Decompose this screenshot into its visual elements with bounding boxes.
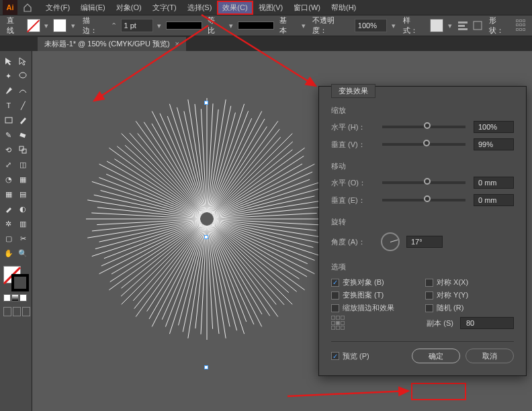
selection-tool[interactable]: [1, 54, 16, 68]
color-mode[interactable]: [3, 294, 11, 302]
anchor-grid-icon[interactable]: [516, 19, 528, 32]
symbol-sprayer-tool[interactable]: ✲: [1, 216, 16, 231]
profile-preview[interactable]: [166, 21, 202, 30]
chk-transform-pat[interactable]: [331, 291, 339, 300]
pen-tool[interactable]: [1, 83, 16, 98]
angle-dial[interactable]: [381, 232, 400, 251]
brush-label: 基本: [279, 15, 294, 36]
style-dd[interactable]: ▾: [446, 19, 454, 32]
line-tool[interactable]: ╱: [16, 98, 31, 113]
blend-tool[interactable]: ◐: [16, 201, 31, 216]
none-mode[interactable]: [19, 294, 27, 302]
svg-rect-5: [5, 118, 12, 123]
chk-reflect-y-label: 对称 Y(Y): [437, 290, 468, 300]
chk-scale-strokes[interactable]: [331, 304, 339, 312]
menu-object[interactable]: 对象(O): [111, 1, 147, 15]
selection-handle-bottom[interactable]: [204, 365, 208, 369]
artboard-tool[interactable]: ▢: [1, 231, 16, 246]
hand-tool[interactable]: ✋: [1, 246, 16, 261]
direct-selection-tool[interactable]: [16, 54, 31, 68]
draw-inside[interactable]: [22, 307, 30, 316]
style-swatch[interactable]: [430, 19, 443, 32]
menu-view[interactable]: 视图(V): [253, 1, 289, 15]
shape-builder-tool[interactable]: ◔: [1, 172, 16, 187]
chk-reflect-x[interactable]: [425, 279, 433, 287]
chk-random[interactable]: [425, 304, 433, 312]
stroke-swatch[interactable]: [53, 19, 66, 32]
profile-dd[interactable]: ▾: [228, 19, 236, 32]
weight-dd[interactable]: ▾: [156, 19, 164, 32]
scale-v-label: 垂直 (V)：: [331, 140, 374, 150]
svg-line-42: [188, 226, 206, 338]
document-tab[interactable]: 未标题-1* @ 150% (CMYK/GPU 预览) ×: [38, 37, 186, 51]
move-h-value[interactable]: 0 mm: [474, 177, 514, 189]
chk-transform-obj[interactable]: ✓: [331, 279, 339, 287]
opacity-input[interactable]: [355, 19, 387, 32]
ok-button[interactable]: 确定: [412, 349, 460, 363]
anchor-point-grid[interactable]: [331, 316, 346, 330]
chk-reflect-y[interactable]: [425, 291, 433, 300]
align-icon[interactable]: [457, 19, 469, 32]
move-v-value[interactable]: 0 mm: [474, 194, 514, 206]
paintbrush-tool[interactable]: [16, 113, 31, 128]
stroke-dropdown[interactable]: ▾: [69, 19, 77, 32]
stroke-weight-input[interactable]: [121, 19, 153, 32]
eyedropper-tool[interactable]: [1, 201, 16, 216]
draw-normal[interactable]: [3, 307, 11, 316]
slice-tool[interactable]: ✂: [16, 231, 31, 246]
gradient-mode[interactable]: [11, 294, 19, 302]
width-tool[interactable]: ⤢: [1, 157, 16, 172]
rotate-tool[interactable]: ⟲: [1, 142, 16, 157]
chk-scale-strokes-label: 缩放描边和效果: [343, 303, 394, 313]
fill-swatch[interactable]: [27, 19, 40, 32]
fill-stroke-indicator[interactable]: [3, 266, 29, 291]
shaper-tool[interactable]: ✎: [1, 128, 16, 142]
scale-v-slider[interactable]: [382, 143, 466, 146]
mesh-tool[interactable]: ▦: [1, 187, 16, 201]
stroke-indicator[interactable]: [11, 274, 29, 291]
gradient-tool[interactable]: ▤: [16, 187, 31, 201]
copies-input[interactable]: [460, 317, 514, 329]
svg-line-24: [212, 224, 292, 304]
magic-wand-tool[interactable]: ✦: [1, 68, 16, 83]
brush-preview[interactable]: [238, 21, 273, 30]
scale-v-value[interactable]: 99%: [474, 138, 514, 150]
menu-window[interactable]: 窗口(W): [288, 1, 326, 15]
perspective-tool[interactable]: ▦: [16, 172, 31, 187]
draw-behind[interactable]: [13, 307, 21, 316]
chk-reflect-x-label: 对称 X(X): [437, 277, 468, 287]
free-transform-tool[interactable]: ◫: [16, 157, 31, 172]
move-h-slider[interactable]: [382, 181, 466, 184]
transform-icon[interactable]: [472, 19, 484, 32]
menu-type[interactable]: 文字(T): [147, 1, 182, 15]
fill-dropdown[interactable]: ▾: [43, 19, 51, 32]
type-tool[interactable]: T: [1, 98, 16, 113]
cancel-button[interactable]: 取消: [466, 349, 514, 363]
menu-help[interactable]: 帮助(H): [326, 1, 361, 15]
lasso-tool[interactable]: [16, 68, 31, 83]
menu-file[interactable]: 文件(F): [40, 1, 75, 15]
weight-down[interactable]: ⌃: [110, 19, 118, 32]
selection-handle-mid[interactable]: [204, 235, 208, 239]
scale-h-value[interactable]: 100%: [474, 121, 514, 133]
menu-edit[interactable]: 编辑(E): [75, 1, 111, 15]
selection-handle-top[interactable]: [204, 101, 208, 105]
eraser-tool[interactable]: [16, 128, 31, 142]
brush-dd[interactable]: ▾: [300, 19, 308, 32]
home-icon[interactable]: [20, 0, 35, 15]
graph-tool[interactable]: ▥: [16, 216, 31, 231]
menu-effect[interactable]: 效果(C): [217, 1, 253, 15]
scale-h-slider[interactable]: [382, 126, 466, 128]
angle-label: 角度 (A)：: [331, 237, 374, 247]
scale-tool[interactable]: [16, 142, 31, 157]
close-icon[interactable]: ×: [175, 40, 179, 48]
curvature-tool[interactable]: [16, 83, 31, 98]
transform-effect-dialog: 变换效果 缩放 水平 (H)： 100% 垂直 (V)： 99% 移动 水平 (…: [318, 86, 527, 376]
zoom-tool[interactable]: 🔍: [16, 246, 31, 261]
menu-select[interactable]: 选择(S): [182, 1, 218, 15]
opacity-dd[interactable]: ▾: [390, 19, 398, 32]
angle-value[interactable]: 17°: [406, 236, 443, 248]
chk-preview[interactable]: ✓: [331, 352, 339, 360]
rectangle-tool[interactable]: [1, 113, 16, 128]
move-v-slider[interactable]: [382, 199, 466, 201]
